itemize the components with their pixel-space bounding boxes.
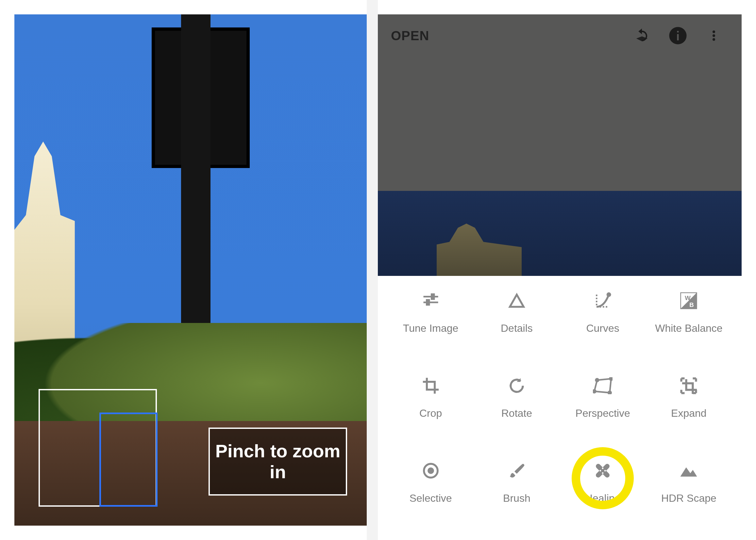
white-balance-icon: WB bbox=[677, 289, 700, 313]
tool-label: HDR Scape bbox=[661, 492, 716, 505]
photo-canvas[interactable]: Pinch to zoom in bbox=[14, 14, 367, 526]
svg-point-30 bbox=[602, 468, 604, 469]
svg-marker-10 bbox=[510, 295, 524, 307]
selective-icon bbox=[419, 459, 442, 482]
svg-point-23 bbox=[593, 390, 596, 393]
tool-perspective[interactable]: Perspective bbox=[563, 374, 643, 443]
open-button[interactable]: OPEN bbox=[391, 29, 429, 43]
tool-label: Perspective bbox=[575, 407, 630, 420]
tool-label: Curves bbox=[586, 322, 619, 335]
tool-hdr-scape[interactable]: HDR Scape bbox=[649, 459, 728, 528]
rotate-icon bbox=[505, 374, 529, 397]
expand-icon bbox=[677, 374, 700, 397]
tool-details[interactable]: Details bbox=[477, 289, 556, 357]
tool-healing[interactable]: Healing bbox=[563, 459, 643, 528]
tool-white-balance[interactable]: WBWhite Balance bbox=[649, 289, 728, 357]
editor-screen: OPEN Tune ImageDetailsCurvesWBWhite Bala… bbox=[378, 14, 742, 534]
tools-panel: Tune ImageDetailsCurvesWBWhite BalanceCr… bbox=[378, 276, 742, 534]
info-icon[interactable] bbox=[663, 21, 693, 50]
svg-point-25 bbox=[429, 469, 433, 473]
svg-point-22 bbox=[608, 391, 611, 394]
tool-label: Brush bbox=[503, 492, 531, 505]
tool-label: Rotate bbox=[501, 407, 532, 420]
tool-label: White Balance bbox=[655, 322, 722, 335]
svg-point-20 bbox=[596, 379, 599, 382]
svg-text:W: W bbox=[685, 295, 691, 301]
svg-rect-1 bbox=[677, 34, 679, 40]
svg-point-3 bbox=[712, 30, 715, 33]
zoom-hint-overlay: Pinch to zoom in bbox=[208, 428, 347, 495]
svg-rect-8 bbox=[432, 294, 434, 299]
svg-point-28 bbox=[599, 470, 601, 472]
hdr-scape-icon bbox=[677, 459, 700, 482]
photo-preview-pane: Pinch to zoom in bbox=[0, 0, 367, 540]
svg-point-5 bbox=[712, 38, 715, 41]
tool-label: Expand bbox=[671, 407, 707, 420]
brush-icon bbox=[505, 459, 529, 482]
zoom-hint-text: Pinch to zoom in bbox=[210, 441, 346, 483]
tool-label: Selective bbox=[410, 492, 452, 505]
svg-marker-32 bbox=[681, 468, 697, 476]
svg-point-4 bbox=[712, 34, 715, 37]
curves-icon bbox=[591, 289, 614, 313]
editor-pane: OPEN Tune ImageDetailsCurvesWBWhite Bala… bbox=[378, 0, 756, 540]
healing-icon bbox=[591, 459, 614, 482]
tool-selective[interactable]: Selective bbox=[391, 459, 470, 528]
tool-expand[interactable]: Expand bbox=[649, 374, 728, 443]
image-preview[interactable] bbox=[378, 57, 742, 276]
svg-point-29 bbox=[604, 470, 606, 472]
tool-crop[interactable]: Crop bbox=[391, 374, 470, 443]
svg-text:B: B bbox=[690, 301, 694, 308]
svg-rect-9 bbox=[427, 300, 429, 305]
pane-divider bbox=[367, 0, 378, 540]
crop-icon bbox=[419, 374, 442, 397]
tool-label: Tune Image bbox=[403, 322, 458, 335]
tool-rotate[interactable]: Rotate bbox=[477, 374, 556, 443]
tool-label: Crop bbox=[419, 407, 442, 420]
svg-rect-2 bbox=[677, 31, 679, 33]
selection-inner[interactable] bbox=[99, 413, 158, 507]
more-menu-icon[interactable] bbox=[699, 21, 728, 50]
perspective-icon bbox=[591, 374, 614, 397]
editor-topbar: OPEN bbox=[378, 14, 742, 57]
svg-point-21 bbox=[610, 377, 613, 380]
tool-curves[interactable]: Curves bbox=[563, 289, 643, 357]
svg-point-13 bbox=[607, 293, 610, 296]
tool-label: Details bbox=[501, 322, 533, 335]
preview-sky bbox=[378, 191, 742, 276]
details-icon bbox=[505, 289, 529, 313]
tool-tune-image[interactable]: Tune Image bbox=[391, 289, 470, 357]
tool-label: Healing bbox=[585, 492, 621, 505]
svg-point-31 bbox=[602, 472, 604, 474]
tune-icon bbox=[419, 289, 442, 313]
undo-stack-icon[interactable] bbox=[627, 21, 657, 50]
tool-brush[interactable]: Brush bbox=[477, 459, 556, 528]
